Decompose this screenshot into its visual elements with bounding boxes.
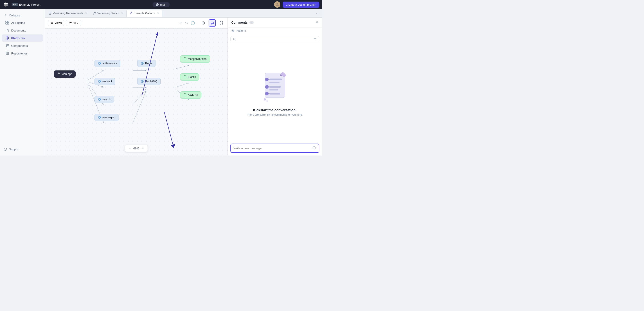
collapse-sidebar[interactable]: Collapse <box>0 12 45 19</box>
tab-versioning-requirements[interactable]: Versioning Requirements ✕ <box>46 10 90 17</box>
svg-rect-57 <box>269 89 278 90</box>
redo-button[interactable]: ↪ <box>184 20 189 26</box>
project-badge: EP <box>12 3 18 6</box>
tab-close-versioning-sketch[interactable]: ✕ <box>121 12 123 15</box>
svg-rect-5 <box>6 23 7 24</box>
message-input-area <box>228 141 322 156</box>
node-label-auth-service: auth-service <box>102 62 117 65</box>
add-node-button[interactable] <box>200 19 207 26</box>
svg-rect-6 <box>8 23 9 24</box>
svg-rect-18 <box>70 22 71 23</box>
tab-close-versioning-req[interactable]: ✕ <box>85 12 87 15</box>
svg-rect-56 <box>269 86 280 88</box>
svg-point-38 <box>99 99 100 100</box>
empty-illustration <box>257 68 293 104</box>
sidebar-support[interactable]: Support <box>0 146 45 153</box>
node-redis[interactable]: Redis <box>137 60 156 67</box>
node-rabbitmq[interactable]: RabbitMQ <box>137 78 161 85</box>
fullscreen-button[interactable] <box>218 19 225 26</box>
empty-state-subtitle: There are currently no comments for you … <box>247 113 303 116</box>
main-content: Versioning Requirements ✕ Versioning Ske… <box>45 9 322 156</box>
main-layout: Collapse All Entities Documents Pla <box>0 9 322 156</box>
avatar[interactable] <box>274 1 280 8</box>
comments-title: Comments <box>231 21 248 24</box>
undo-button[interactable]: ↩ <box>178 20 183 26</box>
all-label: All <box>73 22 76 24</box>
comments-close-button[interactable]: ✕ <box>316 20 318 24</box>
svg-rect-4 <box>8 21 9 22</box>
svg-point-43 <box>141 80 143 82</box>
svg-point-50 <box>232 30 234 32</box>
svg-line-30 <box>133 91 146 123</box>
node-label-elastic: Elastic <box>188 76 196 78</box>
topbar: EP Example Project main Create a design … <box>0 0 322 9</box>
node-label-web-app: web-app <box>62 72 72 76</box>
node-messaging[interactable]: messaging <box>94 114 119 121</box>
tab-navigation: ‹ › <box>316 12 321 15</box>
svg-rect-47 <box>184 94 186 96</box>
zoom-decrease-button[interactable]: − <box>128 146 132 150</box>
svg-point-37 <box>98 98 100 100</box>
zoom-increase-button[interactable]: + <box>141 146 145 150</box>
svg-point-62 <box>264 98 266 100</box>
sidebar-item-components[interactable]: Components <box>2 42 43 49</box>
sidebar-label-documents: Documents <box>11 29 26 32</box>
node-auth-service[interactable]: auth-service <box>94 60 120 67</box>
svg-rect-32 <box>58 73 60 75</box>
topbar-right: Create a design branch <box>274 1 319 8</box>
svg-point-34 <box>99 63 100 64</box>
logo[interactable] <box>3 1 9 8</box>
svg-rect-55 <box>269 82 280 83</box>
diagram: web-app auth-service <box>50 29 228 146</box>
sidebar-item-documents[interactable]: Documents <box>2 27 43 34</box>
node-search[interactable]: search <box>94 96 114 103</box>
node-web-api[interactable]: web-api <box>94 78 115 85</box>
support-label: Support <box>9 148 19 151</box>
node-label-rabbitmq: RabbitMQ <box>145 80 157 83</box>
node-label-redis: Redis <box>145 62 152 65</box>
create-branch-button[interactable]: Create a design branch <box>282 2 319 8</box>
svg-rect-11 <box>6 46 8 47</box>
node-web-app[interactable]: web-app <box>54 70 76 78</box>
svg-point-33 <box>98 62 100 64</box>
sidebar-item-all-entities[interactable]: All Entities <box>2 19 43 26</box>
comments-search-input[interactable] <box>238 38 312 41</box>
canvas-toolbar: Views All <box>45 18 228 28</box>
comment-button[interactable] <box>208 19 216 26</box>
comments-search-bar <box>230 36 319 42</box>
sidebar-item-platforms[interactable]: Platforms <box>2 34 43 42</box>
tab-prev-button[interactable]: ‹ <box>316 12 318 15</box>
diagram-canvas[interactable]: Views All <box>45 18 228 156</box>
svg-rect-58 <box>269 93 280 94</box>
svg-point-44 <box>142 81 143 82</box>
svg-rect-10 <box>8 44 8 46</box>
svg-point-51 <box>232 30 233 31</box>
project-info: EP Example Project <box>12 3 40 6</box>
branch-selector[interactable]: main <box>152 2 170 7</box>
tab-next-button[interactable]: › <box>318 12 319 15</box>
message-send-button[interactable] <box>312 146 316 150</box>
history-buttons: ↩ ↪ 🕐 <box>177 20 198 26</box>
tab-example-platform[interactable]: Example Platform ✕ <box>126 10 162 17</box>
svg-line-28 <box>176 65 189 69</box>
svg-point-64 <box>313 146 316 149</box>
views-button[interactable]: Views <box>48 20 64 26</box>
svg-point-61 <box>265 92 269 96</box>
node-label-search: search <box>102 98 110 101</box>
tab-label-example-platform: Example Platform <box>134 12 155 15</box>
message-input[interactable] <box>234 146 312 150</box>
node-elastic[interactable]: Elastic <box>180 73 199 80</box>
sidebar-item-repositories[interactable]: Repositories <box>2 50 43 57</box>
svg-rect-12 <box>6 52 8 55</box>
history-button[interactable]: 🕐 <box>190 20 196 26</box>
all-filter-button[interactable]: All <box>66 20 81 26</box>
tab-close-example-platform[interactable]: ✕ <box>157 12 159 15</box>
tab-versioning-sketch[interactable]: Versioning Sketch ✕ <box>90 10 126 17</box>
node-aws-s3[interactable]: AWS S3 <box>180 91 202 98</box>
svg-point-39 <box>98 116 100 118</box>
node-label-mongodb-atlas: MongoDB Atlas <box>188 58 206 60</box>
svg-line-29 <box>176 83 189 87</box>
svg-point-36 <box>99 81 100 82</box>
svg-rect-14 <box>49 12 51 14</box>
node-mongodb-atlas[interactable]: MongoDB Atlas <box>180 55 210 62</box>
